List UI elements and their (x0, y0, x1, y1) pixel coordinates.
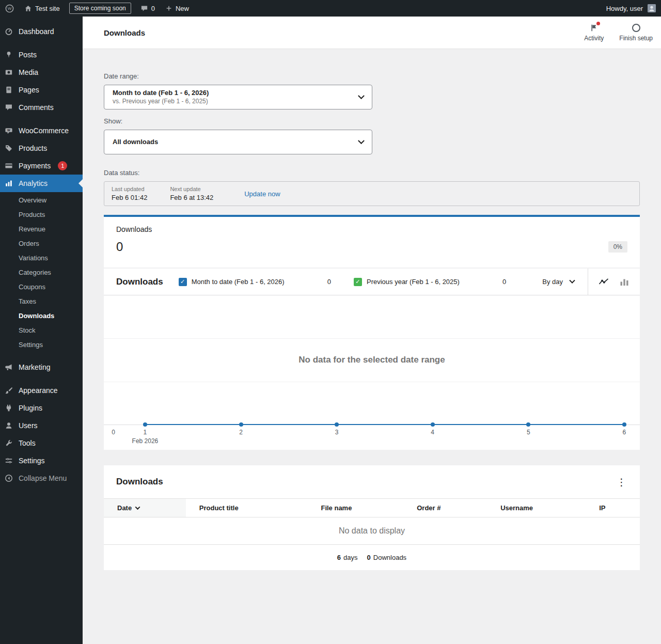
svg-text:W: W (7, 128, 10, 132)
last-updated-value: Feb 6 01:42 (112, 194, 147, 201)
sidebar-item-plugins[interactable]: Plugins (0, 399, 83, 417)
new-button[interactable]: New (160, 0, 194, 17)
submenu-item-products[interactable]: Products (0, 208, 83, 222)
legend-current-period[interactable]: ✓ Month to date (Feb 1 - 6, 2026) 0 (179, 278, 354, 286)
pages-document-icon (4, 85, 13, 95)
interval-value: By day (542, 278, 563, 286)
submenu-item-settings[interactable]: Settings (0, 338, 83, 352)
sidebar-item-comments[interactable]: Comments (0, 99, 83, 116)
plus-icon (165, 5, 172, 12)
line-chart-toggle-button[interactable] (593, 269, 614, 295)
sidebar-item-payments[interactable]: Payments 1 (0, 157, 83, 175)
sidebar-item-tools[interactable]: Tools (0, 434, 83, 452)
chart-empty-message: No data for the selected date range (104, 295, 640, 425)
coming-soon-badge[interactable]: Store coming soon (69, 3, 131, 14)
downloads-summary-tile[interactable]: Downloads 0 0% (104, 215, 640, 268)
submenu-item-downloads[interactable]: Downloads (0, 309, 83, 323)
sidebar-item-media[interactable]: Media (0, 64, 83, 81)
date-range-comparison: vs. Previous year (Feb 1 - 6, 2025) (113, 98, 209, 106)
update-now-link[interactable]: Update now (244, 190, 280, 198)
submenu-item-coupons[interactable]: Coupons (0, 280, 83, 294)
sidebar-item-pages[interactable]: Pages (0, 81, 83, 99)
page-header: Downloads Activity Finish setup (83, 17, 661, 49)
column-header-date[interactable]: Date (104, 499, 186, 517)
site-name-menu[interactable]: Test site (19, 0, 65, 17)
howdy-menu[interactable]: Howdy, user (606, 0, 661, 17)
payments-card-icon (4, 161, 13, 170)
submenu-item-revenue[interactable]: Revenue (0, 222, 83, 237)
downloads-chart-card: Downloads ✓ Month to date (Feb 1 - 6, 20… (104, 269, 640, 450)
summary-value: 0 (116, 240, 123, 254)
chevron-down-icon (358, 92, 365, 99)
sidebar-item-settings[interactable]: Settings (0, 452, 83, 469)
legend-previous-period[interactable]: ✓ Previous year (Feb 1 - 6, 2025) 0 (354, 278, 529, 286)
show-value: All downloads (113, 138, 158, 147)
chart-plot-area: No data for the selected date range (104, 295, 640, 425)
sidebar-item-products[interactable]: Products (0, 139, 83, 157)
bar-chart-toggle-button[interactable] (614, 269, 635, 295)
submenu-item-orders[interactable]: Orders (0, 237, 83, 251)
sidebar-item-users[interactable]: Users (0, 417, 83, 434)
marketing-megaphone-icon (4, 363, 13, 372)
comments-button[interactable]: 0 (135, 0, 160, 17)
column-header-username[interactable]: Username (487, 499, 586, 517)
site-name-label: Test site (35, 5, 60, 12)
column-header-file-name[interactable]: File name (307, 499, 403, 517)
x-tick-2: 2 (239, 429, 243, 436)
column-header-product-title[interactable]: Product title (186, 499, 308, 517)
submenu-item-overview[interactable]: Overview (0, 193, 83, 208)
submenu-item-categories[interactable]: Categories (0, 265, 83, 280)
sidebar-item-analytics[interactable]: Analytics (0, 175, 83, 192)
collapse-arrow-icon (4, 474, 13, 483)
chevron-down-icon (358, 137, 365, 144)
table-menu-kebab-icon[interactable]: ⋮ (609, 474, 634, 490)
sidebar-item-dashboard[interactable]: Dashboard (0, 23, 83, 40)
sidebar-item-appearance[interactable]: Appearance (0, 382, 83, 399)
comments-count: 0 (151, 5, 155, 12)
sidebar-item-marketing[interactable]: Marketing (0, 358, 83, 376)
woocommerce-icon: W (4, 126, 13, 135)
finish-setup-label: Finish setup (619, 35, 653, 42)
show-dropdown[interactable]: All downloads (104, 130, 372, 154)
table-summary-row: 6 days 0 Downloads (104, 544, 640, 570)
x-tick-4: 4 (431, 429, 434, 436)
summary-delta-badge: 0% (608, 241, 627, 253)
submenu-item-taxes[interactable]: Taxes (0, 294, 83, 309)
new-label: New (176, 5, 189, 12)
wordpress-logo-menu[interactable]: W (0, 0, 19, 17)
activity-unread-dot (596, 22, 600, 25)
settings-sliders-icon (4, 456, 13, 465)
sidebar-item-posts[interactable]: Posts (0, 46, 83, 64)
legend-previous-checkbox[interactable]: ✓ (354, 278, 362, 286)
products-tag-icon (4, 144, 13, 153)
finish-setup-circle-icon (632, 23, 640, 33)
activity-label: Activity (584, 35, 604, 42)
tools-wrench-icon (4, 438, 13, 448)
legend-current-checkbox[interactable]: ✓ (179, 278, 187, 286)
data-status-box: Last updated Feb 6 01:42 Next update Feb… (104, 181, 640, 206)
activity-flag-icon (590, 23, 598, 33)
next-update-value: Feb 6 at 13:42 (170, 194, 213, 201)
page-title: Downloads (104, 28, 145, 37)
finish-setup-button[interactable]: Finish setup (618, 21, 654, 44)
sidebar-item-collapse-menu[interactable]: Collapse Menu (0, 469, 83, 487)
submenu-item-stock[interactable]: Stock (0, 323, 83, 338)
activity-button[interactable]: Activity (583, 21, 605, 44)
column-header-ip[interactable]: IP (586, 499, 640, 517)
x-tick-1: 1 Feb 2026 (132, 429, 159, 445)
column-header-order-number[interactable]: Order # (403, 499, 487, 517)
comments-bubble-icon (4, 103, 13, 112)
analytics-submenu: Overview Products Revenue Orders Variati… (0, 192, 83, 358)
sidebar-item-woocommerce[interactable]: W WooCommerce (0, 122, 83, 139)
x-tick-5: 5 (527, 429, 530, 436)
appearance-brush-icon (4, 386, 13, 395)
interval-select[interactable]: By day (529, 278, 588, 286)
last-updated-label: Last updated (112, 186, 147, 192)
chevron-down-icon (569, 277, 575, 283)
submenu-item-variations[interactable]: Variations (0, 251, 83, 265)
date-range-dropdown[interactable]: Month to date (Feb 1 - 6, 2026) vs. Prev… (104, 85, 372, 109)
date-range-value: Month to date (Feb 1 - 6, 2026) (113, 89, 209, 98)
table-empty-message: No data to display (104, 517, 640, 544)
x-tick-3: 3 (335, 429, 339, 436)
summary-downloads-value: 0 (367, 554, 371, 561)
